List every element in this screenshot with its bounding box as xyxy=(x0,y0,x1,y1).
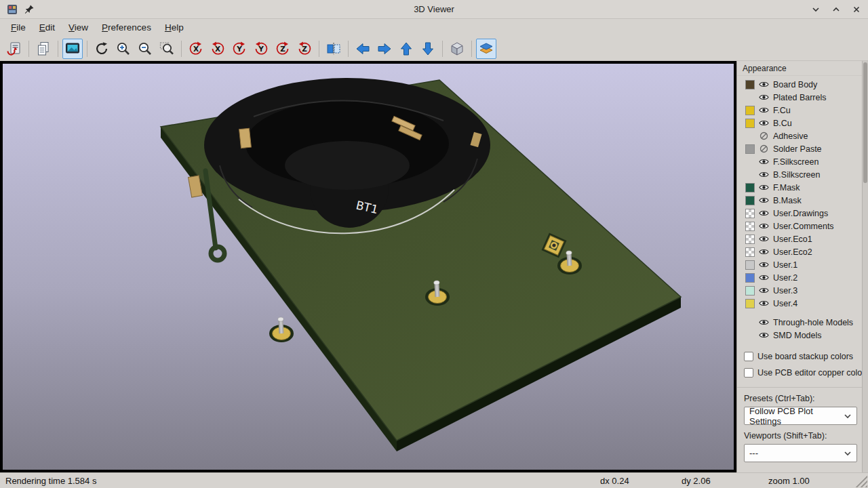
zoom-to-fit-button[interactable] xyxy=(157,39,177,59)
visibility-off-icon[interactable] xyxy=(758,144,770,153)
viewports-value: --- xyxy=(749,448,758,458)
rotate-y-cw-button[interactable]: Y xyxy=(229,39,250,59)
layer-color-swatch[interactable] xyxy=(745,119,755,128)
appearance-panel-title: Appearance xyxy=(737,61,868,76)
flip-board-button[interactable] xyxy=(323,39,344,59)
copper-color-checkbox[interactable] xyxy=(744,368,753,378)
layer-label: User.Eco2 xyxy=(773,247,812,257)
checkbox-row: Use PCB editor copper color xyxy=(737,365,868,381)
visibility-on-icon[interactable] xyxy=(758,222,770,230)
layer-color-swatch[interactable] xyxy=(745,260,755,270)
layer-color-swatch[interactable] xyxy=(745,106,755,115)
layer-row-b-cu: B.Cu xyxy=(737,117,868,129)
layer-color-swatch[interactable] xyxy=(745,144,755,154)
model-visibility-list: Through-hole ModelsSMD Models xyxy=(737,316,868,342)
visibility-on-icon[interactable] xyxy=(758,235,770,243)
pan-right-button[interactable] xyxy=(374,39,395,59)
viewport-frame: BT1 xyxy=(0,61,736,472)
svg-text:X: X xyxy=(215,45,220,53)
visibility-on-icon[interactable] xyxy=(758,261,770,268)
layer-color-swatch[interactable] xyxy=(745,222,755,231)
layer-color-swatch[interactable] xyxy=(745,235,755,244)
visibility-on-icon[interactable] xyxy=(758,300,770,307)
pan-left-button[interactable] xyxy=(353,39,373,59)
layer-color-swatch[interactable] xyxy=(745,183,755,192)
3d-viewport[interactable]: BT1 xyxy=(3,64,734,470)
sidebar-scrollbar[interactable] xyxy=(862,61,868,472)
layer-label: F.Silkscreen xyxy=(773,157,818,167)
visibility-on-icon[interactable] xyxy=(758,197,770,204)
cursor-dy: dy 2.06 xyxy=(682,476,711,486)
rotate-x-cw-button[interactable]: X xyxy=(186,39,206,59)
appearance-panel: Appearance Board BodyPlated BarrelsF.CuB… xyxy=(736,61,868,472)
layer-label: User.2 xyxy=(773,273,797,283)
visibility-on-icon[interactable] xyxy=(758,248,770,256)
pin-icon[interactable] xyxy=(24,4,35,14)
layer-color-swatch[interactable] xyxy=(745,286,755,296)
shade-window-button[interactable] xyxy=(811,5,821,14)
3d-viewer-window: 3D Viewer FileEditViewPreferencesHelp XX… xyxy=(0,0,868,61)
rotate-z-cw-button[interactable]: Z xyxy=(273,39,293,59)
stackup-colors-checkbox[interactable] xyxy=(744,352,753,361)
layer-label: Adhesive xyxy=(773,131,808,141)
menu-help[interactable]: Help xyxy=(158,19,191,37)
visibility-on-icon[interactable] xyxy=(758,274,770,281)
rotate-y-ccw-button[interactable]: Y xyxy=(251,39,271,59)
menu-edit[interactable]: Edit xyxy=(33,19,62,37)
toolbar-separator xyxy=(348,41,349,57)
layer-row-smd-models: SMD Models xyxy=(737,329,868,342)
layer-row-b-mask: B.Mask xyxy=(737,194,868,207)
render-current-view-button[interactable] xyxy=(62,39,83,59)
zoom-out-button[interactable] xyxy=(135,39,155,59)
layer-label: Through-hole Models xyxy=(773,318,853,327)
scrollbar-thumb[interactable] xyxy=(863,62,867,183)
layer-color-swatch[interactable] xyxy=(745,299,755,308)
visibility-on-icon[interactable] xyxy=(758,331,770,339)
presets-label: Presets (Ctrl+Tab): xyxy=(737,388,868,407)
maximize-window-button[interactable] xyxy=(831,5,841,14)
chevron-down-icon xyxy=(844,411,852,421)
layer-row-user-1: User.1 xyxy=(737,258,868,271)
visibility-on-icon[interactable] xyxy=(758,81,770,88)
copy-image-button[interactable] xyxy=(33,39,54,59)
layer-color-swatch[interactable] xyxy=(745,80,755,89)
visibility-off-icon[interactable] xyxy=(758,131,770,140)
pan-down-button[interactable] xyxy=(418,39,438,59)
zoom-in-button[interactable] xyxy=(113,39,134,59)
toggle-appearance-panel-button[interactable] xyxy=(476,39,496,59)
layer-color-swatch[interactable] xyxy=(745,273,755,283)
visibility-on-icon[interactable] xyxy=(758,158,770,165)
menu-view[interactable]: View xyxy=(62,19,95,37)
visibility-on-icon[interactable] xyxy=(758,319,770,326)
menu-preferences[interactable]: Preferences xyxy=(95,19,158,37)
close-window-button[interactable] xyxy=(852,5,861,14)
visibility-on-icon[interactable] xyxy=(758,119,770,127)
layer-color-swatch[interactable] xyxy=(745,247,755,257)
layer-row-user-drawings: User.Drawings xyxy=(737,207,868,220)
zoom-level: zoom 1.00 xyxy=(768,476,810,486)
rotate-x-ccw-button[interactable]: X xyxy=(208,39,228,59)
toolbar-separator xyxy=(471,41,472,57)
layer-label: B.Silkscreen xyxy=(773,170,820,180)
visibility-on-icon[interactable] xyxy=(758,94,770,101)
resize-grip[interactable] xyxy=(855,475,867,487)
visibility-on-icon[interactable] xyxy=(758,209,770,217)
layer-color-swatch[interactable] xyxy=(745,209,755,218)
visibility-on-icon[interactable] xyxy=(758,106,770,114)
presets-dropdown[interactable]: Follow PCB Plot Settings xyxy=(744,407,857,425)
visibility-on-icon[interactable] xyxy=(758,287,770,294)
menu-file[interactable]: File xyxy=(4,19,33,37)
layer-color-swatch[interactable] xyxy=(745,196,755,205)
visibility-on-icon[interactable] xyxy=(758,171,770,178)
layer-row-user-4: User.4 xyxy=(737,297,868,310)
layer-row-plated-barrels: Plated Barrels xyxy=(737,91,868,104)
orthographic-view-button[interactable] xyxy=(447,39,467,59)
rotate-z-ccw-button[interactable]: Z xyxy=(294,39,315,59)
reload-board-button[interactable] xyxy=(4,39,24,59)
visibility-on-icon[interactable] xyxy=(758,184,770,191)
viewports-dropdown[interactable]: --- xyxy=(744,444,857,462)
toolbar-separator xyxy=(58,41,58,57)
pan-up-button[interactable] xyxy=(396,39,416,59)
redraw-button[interactable] xyxy=(92,39,112,59)
layer-row-f-silkscreen: F.Silkscreen xyxy=(737,155,868,168)
